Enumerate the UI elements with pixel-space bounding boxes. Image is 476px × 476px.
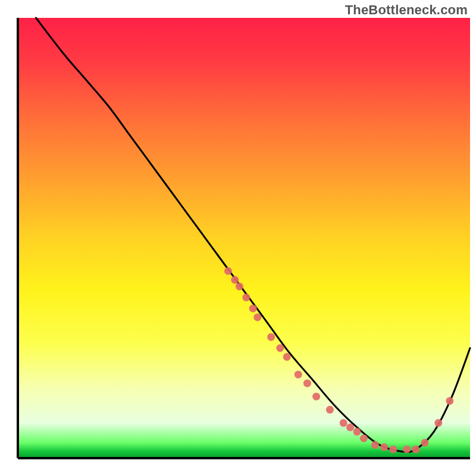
bottleneck-chart: [0, 0, 476, 476]
data-marker: [326, 406, 334, 414]
data-marker: [236, 283, 243, 290]
data-marker: [224, 267, 232, 275]
data-marker: [340, 419, 347, 427]
data-marker: [434, 419, 442, 427]
data-marker: [446, 397, 453, 405]
data-marker: [267, 333, 275, 341]
data-marker: [353, 428, 361, 436]
data-marker: [346, 424, 354, 431]
data-marker: [249, 305, 257, 312]
data-marker: [403, 446, 411, 453]
data-marker: [231, 276, 239, 284]
data-marker: [371, 441, 379, 449]
chart-container: TheBottleneck.com: [0, 0, 476, 476]
data-marker: [303, 380, 311, 387]
data-marker: [253, 314, 261, 321]
data-marker: [412, 446, 419, 453]
data-marker: [360, 434, 368, 442]
data-marker: [389, 446, 397, 453]
data-marker: [312, 393, 320, 400]
data-marker: [380, 443, 388, 451]
data-marker: [283, 353, 291, 361]
data-marker: [276, 345, 284, 352]
data-marker: [242, 293, 250, 301]
data-marker: [421, 439, 429, 447]
chart-background-gradient: [18, 18, 470, 458]
data-marker: [295, 371, 302, 378]
plot-area: [18, 18, 470, 458]
